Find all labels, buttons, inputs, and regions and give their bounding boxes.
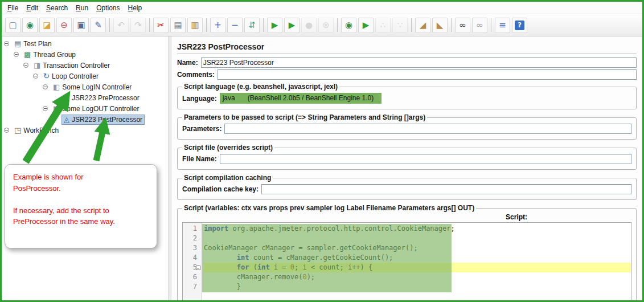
script-file-legend: Script file (overrides script) [182,144,274,152]
save-as-icon: ✎ [95,21,102,30]
code-line: int count = cManager.getCookieCount(); [204,253,631,263]
function-helper-button[interactable]: ≡ [495,18,510,33]
paste-button[interactable]: ▥ [187,18,203,33]
tree-node-cell[interactable]: ◧Some LogOUT Controller [51,104,141,114]
undo-icon: ↶ [117,21,125,30]
search-button[interactable]: ∞ [455,18,470,33]
clear-all-button[interactable]: ◣ [432,18,448,33]
remote-shutdown-all-icon: ∵ [397,21,403,30]
menu-bar: FileEditSearchRunOptionsHelp [2,2,642,14]
remote-start-all-button[interactable]: ▶ [358,18,374,33]
script-legend: Script (variables: ctx vars props prev s… [182,204,476,212]
clear-icon: ◢ [420,21,426,30]
tree-item-workbench[interactable]: ◳WorkBench [2,125,168,136]
tree-item-jsr223-postprocessor[interactable]: ◬JSR223 PostProcessor [2,114,168,125]
cache-key-label: Compilation cache key: [182,185,259,193]
tree-node-cell[interactable]: ◨Transaction Controller [31,60,112,71]
tree-expander-icon[interactable] [43,84,48,89]
parameters-input[interactable] [224,124,631,134]
remote-start-icon: ◉ [345,21,352,30]
editor-code[interactable]: import org.apache.jmeter.protocol.http.c… [202,223,631,300]
tree-item-test-plan[interactable]: ▤Test Plan [2,38,168,49]
copy-button[interactable]: ▤ [170,18,186,33]
collapse-all-button[interactable]: − [227,18,243,33]
code-keyword: for [237,263,249,271]
menu-options[interactable]: Options [93,3,123,13]
remote-start-all-icon: ▶ [363,21,370,30]
tree-node-cell[interactable]: ▤Test Plan [12,39,54,49]
tree-node-cell[interactable]: ◳WorkBench [12,125,61,136]
toolbar-separator [491,18,491,32]
cache-key-input[interactable] [261,184,631,194]
menu-search[interactable]: Search [43,3,71,13]
tree-expander-icon[interactable] [23,63,28,68]
jsr223-postprocessor-icon: ◬ [64,116,69,123]
tree-item-label: JSR223 PreProcessor [72,94,140,102]
tree-node-cell[interactable]: ▩Thread Group [22,50,78,60]
comments-input[interactable] [218,70,637,80]
save-test-plan-button[interactable]: ▣ [73,18,89,33]
remote-stop-all-button[interactable]: ∴ [375,18,391,33]
expand-all-button[interactable]: + [210,18,225,33]
menu-help[interactable]: Help [125,3,146,13]
new-test-plan-icon: ▢ [9,21,17,30]
code-line: import org.apache.jmeter.protocol.http.c… [204,224,631,234]
jmeter-window: FileEditSearchRunOptionsHelp ▢◉◪⊖▣✎↶↷✂▤▥… [0,0,644,302]
remote-shutdown-all-button[interactable]: ∵ [392,18,408,33]
menu-edit[interactable]: Edit [23,3,42,13]
fold-toggle-icon[interactable] [196,266,200,270]
tree-node-cell[interactable]: ◧Some LogIN Controller [51,82,134,92]
script-editor[interactable]: 1234567 import org.apache.jmeter.protoco… [182,222,631,300]
undo-button[interactable]: ↶ [113,18,129,33]
script-file-section: Script file (overrides script) File Name… [177,144,637,170]
templates-button[interactable]: ◉ [22,18,38,33]
tree-node-cell[interactable]: ◬JSR223 PostProcessor [61,115,145,125]
close-test-plan-icon: ⊖ [60,21,68,30]
tree-item-some-logout-controller[interactable]: ◧Some LogOUT Controller [2,103,168,114]
language-value[interactable]: java [223,94,235,102]
cut-button[interactable]: ✂ [153,18,169,33]
code-keyword: import [204,225,228,232]
tree-item-thread-group[interactable]: ▩Thread Group [2,49,168,60]
tree-expander-icon[interactable] [4,41,9,46]
file-name-row: File Name: [182,154,631,164]
tree-expander-icon[interactable] [14,52,19,57]
start-button[interactable]: ▶ [267,18,282,33]
name-input[interactable] [201,58,637,68]
language-highlight: java (BeanShell 2.0b5 / BeanShell Engine… [220,93,382,104]
logout-controller-icon: ◧ [53,105,60,112]
open-test-plan-button[interactable]: ◪ [39,18,55,33]
clear-button[interactable]: ◢ [415,18,430,33]
save-as-button[interactable]: ✎ [91,18,106,33]
stop-icon: ● [305,21,313,30]
menu-run[interactable]: Run [72,3,92,13]
tree-node-cell[interactable]: ↻Loop Controller [41,71,101,81]
new-test-plan-button[interactable]: ▢ [5,18,20,33]
help-button[interactable]: ? [512,18,527,33]
tree-expander-icon[interactable] [4,128,9,133]
toggle-button[interactable]: ⇵ [244,18,260,33]
menu-file[interactable]: File [4,3,22,13]
close-test-plan-button[interactable]: ⊖ [56,18,72,33]
parameters-row: Parameters: [182,124,631,134]
tree-item-loop-controller[interactable]: ↻Loop Controller [2,71,168,81]
tree-node-cell[interactable]: ◬JSR223 PreProcessor [61,93,142,103]
tree-item-jsr223-preprocessor[interactable]: ◬JSR223 PreProcessor [2,92,168,103]
tree-item-some-login-controller[interactable]: ◧Some LogIN Controller [2,81,168,92]
stop-button[interactable]: ● [301,18,317,33]
title-divider [177,54,637,54]
tree-item-transaction-controller[interactable]: ◨Transaction Controller [2,60,168,71]
code-text [204,263,237,271]
start-no-timers-icon: ▶ [289,21,296,30]
toolbar: ▢◉◪⊖▣✎↶↷✂▤▥+−⇵▶▶●⊗◉▶∴∵◢◣∞∞≡? [2,14,642,36]
start-no-timers-button[interactable]: ▶ [284,18,300,33]
tree-expander-icon[interactable] [33,74,38,79]
start-icon: ▶ [272,21,278,30]
redo-button[interactable]: ↷ [130,18,146,33]
file-name-input[interactable] [220,154,631,164]
shutdown-button[interactable]: ⊗ [318,18,334,33]
tree-expander-icon[interactable] [43,106,48,111]
search-reset-button[interactable]: ∞ [472,18,487,33]
thread-group-icon: ▩ [24,51,31,58]
remote-start-button[interactable]: ◉ [341,18,356,33]
